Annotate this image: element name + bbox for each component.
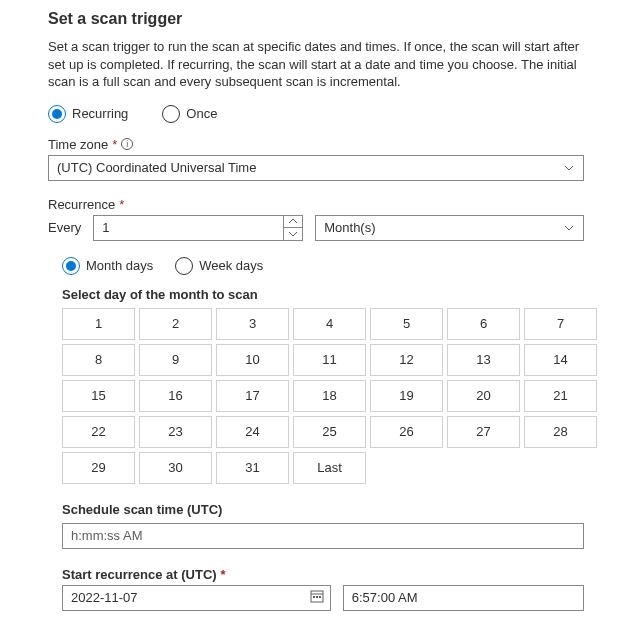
trigger-type-group: Recurring Once: [48, 105, 584, 123]
day-cell-27[interactable]: 27: [447, 416, 520, 448]
day-cell-30[interactable]: 30: [139, 452, 212, 484]
radio-month-days[interactable]: Month days: [62, 257, 153, 275]
day-cell-5[interactable]: 5: [370, 308, 443, 340]
timezone-label: Time zone* i: [48, 137, 584, 152]
radio-once-label: Once: [186, 106, 217, 121]
month-days-grid: 1234567891011121314151617181920212223242…: [62, 308, 584, 484]
every-value-input[interactable]: 1: [93, 215, 303, 241]
radio-recurring[interactable]: Recurring: [48, 105, 128, 123]
day-cell-15[interactable]: 15: [62, 380, 135, 412]
day-cell-20[interactable]: 20: [447, 380, 520, 412]
radio-recurring-label: Recurring: [72, 106, 128, 121]
every-label: Every: [48, 220, 81, 235]
chevron-down-icon: [563, 222, 575, 234]
day-cell-9[interactable]: 9: [139, 344, 212, 376]
day-cell-10[interactable]: 10: [216, 344, 289, 376]
day-cell-19[interactable]: 19: [370, 380, 443, 412]
calendar-icon[interactable]: [310, 589, 324, 606]
recurrence-label: Recurrence*: [48, 197, 584, 212]
day-cell-21[interactable]: 21: [524, 380, 597, 412]
day-cell-12[interactable]: 12: [370, 344, 443, 376]
start-time-input[interactable]: 6:57:00 AM: [343, 585, 584, 611]
day-cell-1[interactable]: 1: [62, 308, 135, 340]
day-cell-17[interactable]: 17: [216, 380, 289, 412]
schedule-time-input[interactable]: [62, 523, 584, 549]
day-cell-24[interactable]: 24: [216, 416, 289, 448]
chevron-down-icon: [563, 162, 575, 174]
start-recurrence-label: Start recurrence at (UTC)*: [62, 567, 584, 582]
page-title: Set a scan trigger: [48, 10, 584, 28]
day-cell-3[interactable]: 3: [216, 308, 289, 340]
day-cell-25[interactable]: 25: [293, 416, 366, 448]
recurrence-unit-select[interactable]: Month(s): [315, 215, 584, 241]
timezone-select[interactable]: (UTC) Coordinated Universal Time: [48, 155, 584, 181]
day-mode-group: Month days Week days: [62, 257, 584, 275]
day-cell-31[interactable]: 31: [216, 452, 289, 484]
select-day-label: Select day of the month to scan: [62, 287, 584, 302]
day-cell-6[interactable]: 6: [447, 308, 520, 340]
day-cell-13[interactable]: 13: [447, 344, 520, 376]
day-cell-23[interactable]: 23: [139, 416, 212, 448]
day-cell-28[interactable]: 28: [524, 416, 597, 448]
day-cell-18[interactable]: 18: [293, 380, 366, 412]
day-cell-22[interactable]: 22: [62, 416, 135, 448]
info-icon[interactable]: i: [121, 138, 133, 150]
radio-week-days-label: Week days: [199, 258, 263, 273]
day-cell-16[interactable]: 16: [139, 380, 212, 412]
radio-week-days[interactable]: Week days: [175, 257, 263, 275]
svg-rect-3: [316, 596, 318, 598]
day-cell-26[interactable]: 26: [370, 416, 443, 448]
spinner-down-button[interactable]: [284, 228, 302, 240]
day-cell-2[interactable]: 2: [139, 308, 212, 340]
recurrence-unit-value: Month(s): [324, 220, 375, 235]
svg-rect-2: [313, 596, 315, 598]
day-cell-4[interactable]: 4: [293, 308, 366, 340]
timezone-value: (UTC) Coordinated Universal Time: [57, 160, 256, 175]
every-value: 1: [102, 220, 109, 235]
start-date-input[interactable]: 2022-11-07: [62, 585, 331, 611]
radio-month-days-label: Month days: [86, 258, 153, 273]
day-cell-29[interactable]: 29: [62, 452, 135, 484]
start-time-value: 6:57:00 AM: [352, 590, 418, 605]
radio-recurring-indicator: [48, 105, 66, 123]
day-cell-14[interactable]: 14: [524, 344, 597, 376]
radio-month-days-indicator: [62, 257, 80, 275]
day-cell-last[interactable]: Last: [293, 452, 366, 484]
radio-once-indicator: [162, 105, 180, 123]
day-cell-7[interactable]: 7: [524, 308, 597, 340]
spinner-up-button[interactable]: [284, 216, 302, 228]
day-cell-11[interactable]: 11: [293, 344, 366, 376]
page-description: Set a scan trigger to run the scan at sp…: [48, 38, 584, 91]
svg-rect-4: [319, 596, 321, 598]
schedule-time-label: Schedule scan time (UTC): [62, 502, 584, 517]
radio-once[interactable]: Once: [162, 105, 217, 123]
radio-week-days-indicator: [175, 257, 193, 275]
day-cell-8[interactable]: 8: [62, 344, 135, 376]
start-date-value: 2022-11-07: [71, 590, 138, 605]
